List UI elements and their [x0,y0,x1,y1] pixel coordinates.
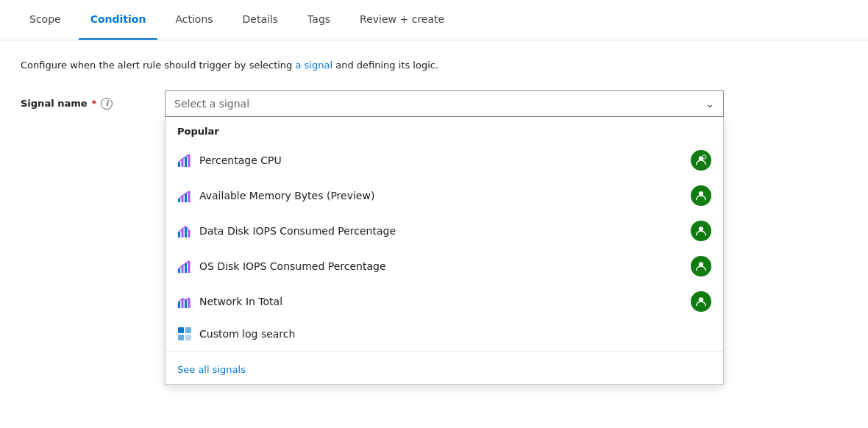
list-item[interactable]: Available Memory Bytes (Preview) [166,178,723,213]
signal-dropdown-trigger[interactable]: Select a signal ⌄ [165,90,724,117]
info-icon[interactable]: i [101,98,113,110]
svg-rect-28 [185,327,191,333]
list-item[interactable]: Percentage CPU ✓ [166,143,723,178]
signal-dropdown-panel: Popular Percentage CPU [165,117,724,385]
svg-rect-24 [185,300,187,308]
required-marker: * [92,98,97,109]
person-badge-icon [691,256,711,277]
tab-actions[interactable]: Actions [163,0,224,40]
tab-scope[interactable]: Scope [18,0,73,40]
custom-log-icon [177,327,192,341]
person-badge-icon [691,291,711,312]
item-label: Data Disk IOPS Consumed Percentage [199,225,396,237]
svg-rect-15 [188,230,191,238]
dropdown-divider [166,352,723,352]
svg-rect-17 [178,268,180,273]
chart-icon [177,188,192,203]
person-badge-icon [691,185,711,206]
tab-review-create[interactable]: Review + create [348,0,456,40]
tab-condition[interactable]: Condition [79,0,158,40]
svg-rect-12 [178,232,180,238]
svg-rect-10 [188,191,191,202]
svg-rect-3 [188,154,191,167]
svg-rect-22 [178,302,180,308]
svg-rect-2 [185,157,187,167]
signal-dropdown-container: Select a signal ⌄ Popular [165,90,724,117]
popular-section-title: Popular [166,117,723,143]
signal-link[interactable]: a signal [296,60,333,71]
dropdown-placeholder: Select a signal [174,98,249,110]
nav-tabs: Scope Condition Actions Details Tags Rev… [0,0,868,40]
item-label: Percentage CPU [199,154,282,166]
svg-rect-23 [182,299,184,308]
chart-icon [177,224,192,238]
tab-details[interactable]: Details [231,0,291,40]
svg-rect-9 [185,193,187,202]
signal-name-label-text: Signal name [21,98,88,109]
svg-rect-19 [185,263,187,273]
svg-rect-30 [185,335,191,340]
chart-icon [177,153,192,168]
item-label: Custom log search [199,328,295,340]
signal-name-label: Signal name * i [21,90,153,110]
svg-rect-29 [178,335,184,340]
list-item[interactable]: Network In Total [166,284,723,319]
svg-text:✓: ✓ [702,155,705,159]
signal-name-field-row: Signal name * i Select a signal ⌄ Popula… [21,90,847,117]
item-label: OS Disk IOPS Consumed Percentage [199,260,386,272]
svg-rect-7 [178,199,180,202]
list-item[interactable]: Data Disk IOPS Consumed Percentage [166,213,723,249]
item-label: Available Memory Bytes (Preview) [199,190,374,201]
person-badge-icon: ✓ [691,150,711,171]
person-badge-icon [691,221,711,241]
tab-tags[interactable]: Tags [296,0,342,40]
chart-icon [177,259,192,274]
svg-rect-20 [188,261,191,273]
see-all-signals-link[interactable]: See all signals [166,355,723,384]
list-item[interactable]: Custom log search [166,319,723,349]
description-text: Configure when the alert rule should tri… [21,58,847,73]
svg-rect-0 [178,162,180,167]
item-label: Network In Total [199,296,282,307]
main-content: Configure when the alert rule should tri… [0,40,868,135]
list-item[interactable]: OS Disk IOPS Consumed Percentage [166,249,723,284]
svg-rect-27 [178,327,184,333]
svg-rect-25 [188,298,191,308]
chart-icon [177,294,192,309]
chevron-down-icon: ⌄ [705,98,714,110]
